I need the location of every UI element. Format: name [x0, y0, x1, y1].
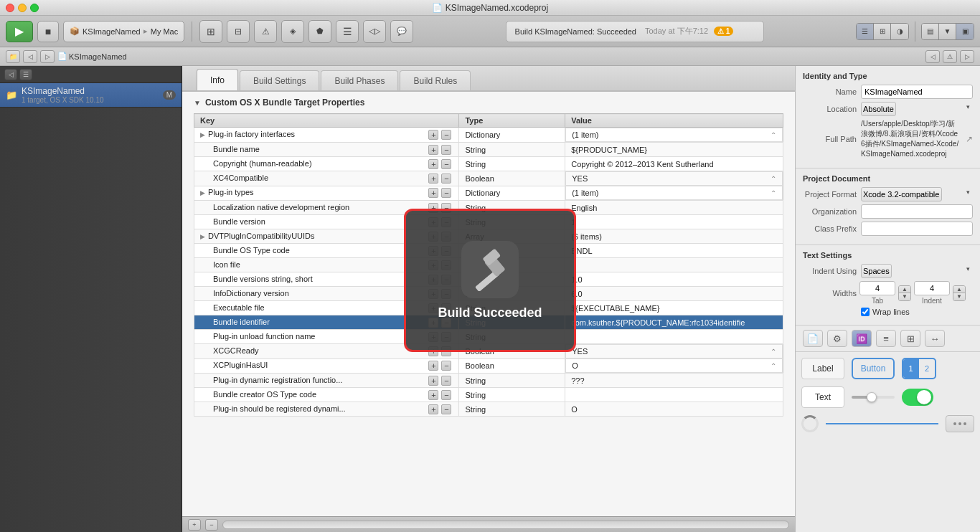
indent-stepper-down[interactable]: ▼ — [953, 293, 965, 300]
value-chevron[interactable]: ⌃ — [771, 348, 776, 356]
value-chevron[interactable]: ⌃ — [771, 131, 776, 139]
value-chevron[interactable]: ⌃ — [771, 175, 776, 183]
preview-segmented[interactable]: 1 2 — [902, 358, 936, 379]
project-format-select[interactable]: Xcode 3.2-compatible — [861, 187, 942, 201]
reveal-icon[interactable]: ↗ — [966, 134, 973, 144]
size-inspector-btn[interactable]: ⊞ — [900, 330, 920, 347]
table-row[interactable]: Bundle name+−String${PRODUCT_NAME} — [194, 143, 783, 157]
indent-width-input[interactable] — [914, 281, 950, 295]
value-cell[interactable]: ${EXECUTABLE_NAME} — [565, 301, 783, 315]
indent-using-select[interactable]: Spaces Tabs — [861, 264, 892, 278]
seg-part-2[interactable]: 2 — [919, 359, 935, 378]
stop-button[interactable]: ■ — [37, 21, 59, 42]
value-cell[interactable]: O — [565, 402, 783, 417]
seg-part-1[interactable]: 1 — [903, 359, 919, 378]
preview-dots[interactable] — [946, 415, 974, 432]
forward-nav-btn[interactable]: ▷ — [40, 50, 55, 63]
add-entry-btn[interactable]: + — [188, 519, 201, 531]
table-row[interactable]: Plug-in dynamic registration functio...+… — [194, 374, 783, 388]
remove-key-btn[interactable]: − — [441, 159, 451, 169]
value-cell[interactable] — [565, 388, 783, 402]
sidebar-project-item[interactable]: 📁 KSImageNamed 1 target, OS X SDK 10.10 … — [0, 83, 182, 108]
value-cell[interactable]: (1 item)⌃ — [565, 128, 783, 142]
value-cell[interactable]: 1.0 — [565, 272, 783, 287]
add-subkey-btn[interactable]: + — [428, 376, 438, 386]
preview-slider[interactable] — [852, 396, 895, 399]
tab-width-input[interactable] — [859, 281, 895, 295]
value-cell[interactable]: ${PRODUCT_NAME} — [565, 143, 783, 157]
identity-inspector-btn[interactable]: 🆔 — [852, 330, 872, 347]
value-cell[interactable]: 1 — [565, 215, 783, 229]
indent-stepper-up[interactable]: ▲ — [953, 286, 965, 293]
preview-toggle[interactable] — [902, 389, 933, 406]
table-row[interactable]: ▶Plug-in types+−Dictionary(1 item)⌃ — [194, 186, 783, 201]
find-button[interactable]: ☰ — [336, 20, 359, 43]
expand-arrow[interactable]: ▶ — [200, 189, 205, 196]
remove-key-btn[interactable]: − — [441, 174, 451, 184]
value-cell[interactable]: (6 items) — [565, 229, 783, 244]
tab-stepper-down[interactable]: ▼ — [899, 293, 910, 300]
breakpoint-button[interactable]: 💬 — [390, 20, 413, 43]
value-cell[interactable]: com.ksuther.${PRODUCT_NAME:rfc1034identi… — [565, 315, 783, 330]
table-row[interactable]: Plug-in should be registered dynami...+−… — [194, 402, 783, 417]
tab-info[interactable]: Info — [197, 69, 238, 90]
tab-build-phases[interactable]: Build Phases — [321, 70, 398, 90]
organization-input[interactable] — [861, 204, 973, 219]
jump-left-btn[interactable]: ◁ — [925, 50, 940, 63]
section-triangle[interactable]: ▼ — [194, 99, 201, 107]
tab-stepper-up[interactable]: ▲ — [899, 286, 910, 293]
warning-badge[interactable]: ⚠ 1 — [714, 27, 733, 36]
preview-button[interactable]: Button — [852, 358, 895, 379]
value-cell[interactable]: 6.0 — [565, 287, 783, 301]
close-button[interactable] — [6, 4, 14, 12]
tab-build-settings[interactable]: Build Settings — [240, 70, 319, 90]
quick-help-btn[interactable]: ⚙ — [827, 330, 847, 347]
value-cell[interactable]: Copyright © 2012–2013 Kent Sutherland — [565, 157, 783, 171]
class-prefix-input[interactable] — [861, 222, 973, 236]
expand-arrow[interactable]: ▶ — [200, 233, 205, 240]
folder-btn[interactable]: 📁 — [6, 50, 20, 63]
assistant-editor-btn[interactable]: ⊞ — [874, 24, 891, 39]
sidebar-filter-btn[interactable]: ☰ — [19, 69, 32, 80]
navigator-toggle-btn[interactable]: ▤ — [922, 24, 939, 39]
fix-button[interactable]: ⚠ — [254, 20, 277, 43]
run-button[interactable]: ▶ — [6, 21, 33, 42]
remove-key-btn[interactable]: − — [441, 145, 451, 155]
back-button[interactable]: ⊞ — [199, 20, 222, 43]
name-input[interactable] — [861, 85, 973, 99]
value-cell[interactable] — [565, 330, 783, 344]
remove-key-btn[interactable]: − — [441, 188, 451, 198]
add-subkey-btn[interactable]: + — [428, 188, 438, 198]
table-row[interactable]: Bundle creator OS Type code+−String — [194, 388, 783, 402]
location-select[interactable]: Absolute Relative — [861, 102, 896, 116]
table-row[interactable]: XCPluginHasUI+−BooleanO⌃ — [194, 358, 783, 374]
table-row[interactable]: XC4Compatible+−BooleanYES⌃ — [194, 171, 783, 186]
standard-editor-btn[interactable]: ☰ — [857, 24, 874, 39]
add-subkey-btn[interactable]: + — [428, 404, 438, 414]
value-cell[interactable] — [565, 258, 783, 272]
remove-key-btn[interactable]: − — [441, 376, 451, 386]
bookmark-button[interactable]: ⬟ — [308, 20, 331, 43]
remove-key-btn[interactable]: − — [441, 390, 451, 400]
version-editor-btn[interactable]: ◑ — [891, 24, 908, 39]
remove-key-btn[interactable]: − — [441, 361, 451, 371]
add-subkey-btn[interactable]: + — [428, 390, 438, 400]
sidebar-nav-btn[interactable]: ◁ — [4, 69, 17, 80]
add-subkey-btn[interactable]: + — [428, 174, 438, 184]
wrap-lines-checkbox[interactable] — [861, 308, 870, 316]
minimize-button[interactable] — [18, 4, 27, 12]
value-chevron[interactable]: ⌃ — [771, 189, 776, 197]
nav-button[interactable]: ◁▷ — [363, 20, 386, 43]
analyze-button[interactable]: ◈ — [281, 20, 304, 43]
attributes-inspector-btn[interactable]: ≡ — [876, 330, 896, 347]
value-cell[interactable]: O⌃ — [565, 358, 783, 373]
add-subkey-btn[interactable]: + — [428, 145, 438, 155]
back-nav-btn[interactable]: ◁ — [23, 50, 37, 63]
scheme-selector[interactable]: 📦 KSImageNamed ▸ My Mac — [63, 21, 184, 42]
remove-entry-btn[interactable]: − — [205, 519, 218, 531]
add-subkey-btn[interactable]: + — [428, 130, 438, 140]
connections-inspector-btn[interactable]: ↔ — [925, 330, 945, 347]
value-cell[interactable]: ??? — [565, 374, 783, 388]
remove-key-btn[interactable]: − — [441, 130, 451, 140]
add-subkey-btn[interactable]: + — [428, 159, 438, 169]
